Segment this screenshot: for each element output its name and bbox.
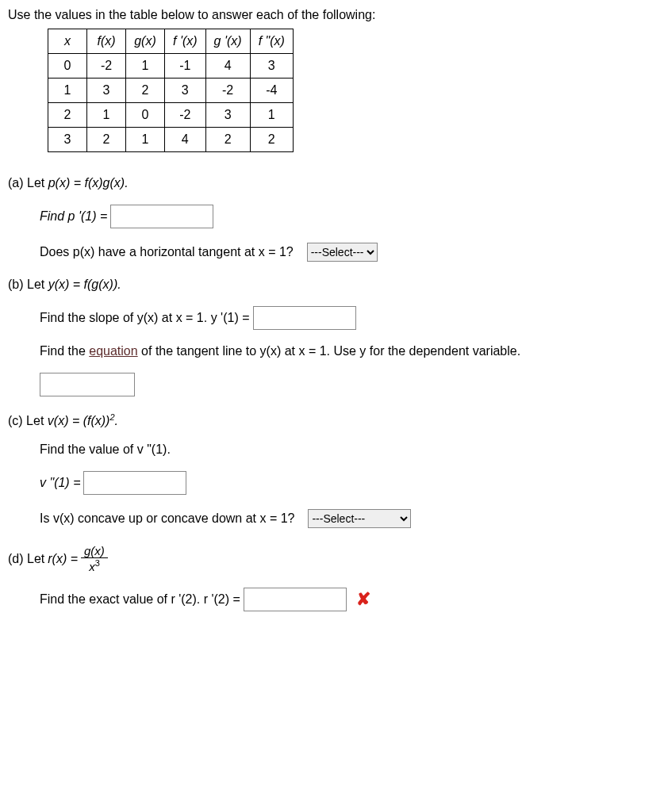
part-a-def: p(x) = f(x)g(x). xyxy=(48,176,129,190)
part-a-select[interactable]: ---Select--- xyxy=(307,243,378,262)
part-d-find: Find the exact value of r '(2). r '(2) =… xyxy=(40,588,656,611)
table-row: 210 -231 xyxy=(48,103,294,128)
part-b-slope: Find the slope of y(x) at x = 1. y '(1) … xyxy=(40,306,656,330)
table-row: 321 422 xyxy=(48,128,294,152)
part-d-req: r(x) = xyxy=(48,552,78,566)
tangent-line-input[interactable] xyxy=(40,373,135,396)
part-c: (c) Let v(x) = (f(x))2. Find the value o… xyxy=(8,412,656,528)
table-row: 0-21 -143 xyxy=(48,54,294,79)
intro-text: Use the values in the table below to ans… xyxy=(8,8,656,22)
r-prime-2-input[interactable] xyxy=(244,588,347,611)
value-table: x f(x) g(x) f '(x) g '(x) f "(x) 0-21 -1… xyxy=(48,29,294,152)
equation-link[interactable]: equation xyxy=(89,344,137,358)
table-row: 132 3-2-4 xyxy=(48,79,294,103)
part-b-label: (b) Let xyxy=(8,278,48,291)
p-prime-1-input[interactable] xyxy=(110,205,213,228)
table-header-row: x f(x) g(x) f '(x) g '(x) f "(x) xyxy=(48,29,294,54)
part-c-findval: Find the value of v "(1). xyxy=(40,442,656,457)
part-c-label: (c) Let xyxy=(8,414,48,427)
part-c-veq: v "(1) = xyxy=(40,471,656,495)
part-b-def: y(x) = f(g(x)). xyxy=(48,278,121,291)
part-c-def: v(x) = (f(x))2. xyxy=(48,414,118,427)
y-prime-1-input[interactable] xyxy=(253,306,356,330)
part-b: (b) Let y(x) = f(g(x)). Find the slope o… xyxy=(8,278,656,396)
part-c-select[interactable]: ---Select--- xyxy=(308,509,411,528)
fraction: g(x) x3 xyxy=(81,544,108,573)
v-dblprime-1-input[interactable] xyxy=(83,471,186,495)
part-a-tangent: Does p(x) have a horizontal tangent at x… xyxy=(40,243,656,262)
incorrect-icon: ✘ xyxy=(356,589,370,610)
part-a-find: Find p '(1) = xyxy=(40,205,656,228)
part-a: (a) Let p(x) = f(x)g(x). Find p '(1) = D… xyxy=(8,176,656,262)
part-a-label: (a) Let xyxy=(8,176,48,190)
part-d: (d) Let r(x) = g(x) x3 Find the exact va… xyxy=(8,544,656,611)
part-c-concave: Is v(x) concave up or concave down at x … xyxy=(40,509,656,528)
part-b-tangent-line: Find the equation of the tangent line to… xyxy=(40,344,656,396)
part-d-label: (d) Let xyxy=(8,552,44,566)
